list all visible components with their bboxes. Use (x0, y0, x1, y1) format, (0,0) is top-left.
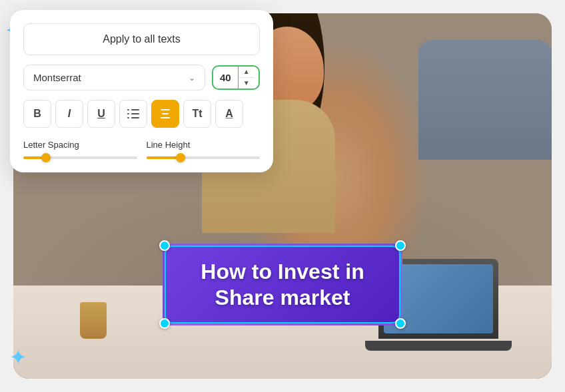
font-family-label: Montserrat (33, 72, 81, 83)
svg-rect-4 (127, 117, 129, 118)
font-size-control: 40 ▲ ▼ (212, 65, 260, 90)
handle-top-right[interactable] (395, 240, 406, 251)
sliders-row: Letter Spacing Line Height (23, 140, 260, 159)
letter-spacing-group: Letter Spacing (23, 140, 137, 159)
handle-bottom-left[interactable] (159, 318, 170, 329)
format-toolbar: B I U Tt A (23, 100, 260, 128)
list-button[interactable] (119, 100, 147, 128)
scene: How to Invest in Share market ✦ ✦ Apply … (0, 0, 565, 392)
star-icon-bottom-left: ✦ (10, 347, 25, 369)
line-height-track[interactable] (147, 156, 261, 159)
line-height-group: Line Height (147, 140, 261, 159)
font-color-button[interactable]: A (215, 100, 243, 128)
coffee-cup (80, 302, 107, 339)
underline-button[interactable]: U (87, 100, 115, 128)
italic-button[interactable]: I (55, 100, 83, 128)
font-size-down-button[interactable]: ▼ (239, 78, 255, 89)
font-size-arrows: ▲ ▼ (238, 67, 255, 89)
letter-spacing-thumb[interactable] (41, 153, 51, 162)
svg-rect-3 (131, 113, 139, 114)
letter-spacing-label: Letter Spacing (23, 140, 137, 150)
font-size-value[interactable]: 40 (213, 67, 238, 89)
svg-rect-0 (127, 109, 129, 110)
font-size-row: Montserrat ⌄ 40 ▲ ▼ (23, 65, 260, 91)
svg-rect-6 (161, 109, 170, 110)
svg-rect-7 (162, 113, 169, 114)
svg-rect-5 (131, 117, 139, 118)
bold-button[interactable]: B (23, 100, 51, 128)
apply-to-all-button[interactable]: Apply to all texts (23, 23, 260, 55)
line-height-thumb[interactable] (176, 153, 185, 162)
overlay-text: How to Invest in Share market (191, 259, 374, 310)
text-formatting-panel: Apply to all texts Montserrat ⌄ 40 ▲ ▼ B… (10, 10, 273, 172)
handle-bottom-right[interactable] (395, 318, 406, 329)
sofa (418, 40, 552, 160)
chevron-down-icon: ⌄ (189, 73, 195, 83)
font-size-up-button[interactable]: ▲ (239, 67, 255, 78)
svg-rect-1 (131, 109, 139, 110)
align-center-button[interactable] (151, 100, 179, 128)
line-height-label: Line Height (147, 140, 261, 150)
handle-top-left[interactable] (159, 240, 170, 251)
laptop-base (365, 341, 512, 351)
font-size-tt-button[interactable]: Tt (183, 100, 211, 128)
svg-rect-8 (161, 117, 170, 118)
letter-spacing-track[interactable] (23, 156, 137, 159)
text-overlay-container[interactable]: How to Invest in Share market (163, 244, 402, 325)
font-family-dropdown[interactable]: Montserrat ⌄ (23, 65, 205, 91)
svg-rect-2 (127, 113, 129, 114)
